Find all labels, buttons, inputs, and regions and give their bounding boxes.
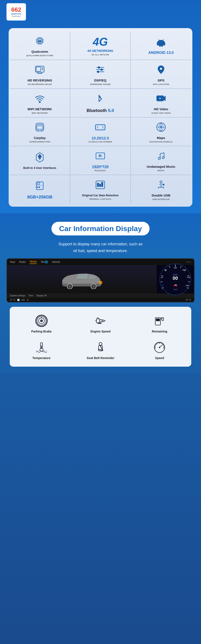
svg-rect-132 xyxy=(162,318,164,320)
svg-rect-86 xyxy=(163,184,164,185)
svg-point-138 xyxy=(99,342,102,346)
usb-icon xyxy=(156,179,167,192)
svg-rect-78 xyxy=(102,182,103,186)
svg-rect-61 xyxy=(96,153,104,159)
svg-point-34 xyxy=(98,66,100,68)
svg-rect-121 xyxy=(96,319,100,323)
feature-hdvideo: HD Video AUDIO AND VIDEO xyxy=(131,89,191,118)
usb-subtitle: USB INTERFACE xyxy=(152,198,170,200)
dsp-subtitle: SURROUND SOUND xyxy=(90,83,111,86)
svg-point-36 xyxy=(101,69,102,70)
hdvideo-title: HD Video xyxy=(154,107,168,111)
carplay-subtitle: INTERCONNECTION xyxy=(30,140,50,143)
nav-radio: Radio xyxy=(19,260,26,264)
seat-belt-icon xyxy=(94,341,107,354)
dashboard-display: Navi Radio Media Tel/🌐 Vehicle Time xyxy=(6,258,194,302)
parking-brake-label: Parking Brake xyxy=(31,330,52,333)
bluetooth-icon xyxy=(95,94,106,106)
svg-rect-71 xyxy=(37,183,40,184)
svg-rect-17 xyxy=(157,42,158,45)
top-section: 662 Qualcomm snapdragon CPU xyxy=(0,0,201,213)
cpu-subtitle: QUALCOMM EIGHT-CORE xyxy=(26,54,53,57)
svg-marker-63 xyxy=(100,155,100,156)
svg-rect-123 xyxy=(102,320,104,322)
feature-carplay: Carplay INTERCONNECTION xyxy=(10,118,70,146)
temp2-label: 27 °C xyxy=(186,299,191,301)
resolution-title: 1920*720 xyxy=(92,165,108,169)
temperature-icon xyxy=(35,341,48,354)
hd-reversing-icon xyxy=(34,64,46,77)
svg-rect-19 xyxy=(160,45,160,46)
temperature-label: Temperature xyxy=(32,356,50,360)
svg-text:40: 40 xyxy=(161,276,163,278)
car-info-desc: Support to display many car information,… xyxy=(6,241,194,254)
qualcomm-badge: 662 Qualcomm snapdragon xyxy=(6,3,26,20)
svg-text:🚗: 🚗 xyxy=(174,283,178,287)
feature-gps: GPS GPS LOCATION xyxy=(131,60,191,89)
dsp-title: DSP/EQ xyxy=(94,78,106,82)
wifi-icon xyxy=(34,93,46,106)
ui-title: Built-in 4 User Interfaces xyxy=(23,166,56,170)
feature-storage: 8GB+256GB xyxy=(10,175,70,204)
svg-text:160: 160 xyxy=(174,267,177,269)
svg-point-79 xyxy=(160,181,162,183)
status-parking-brake: ! Parking Brake xyxy=(13,311,70,336)
bluetooth-title: Bluetooth 5.0 xyxy=(87,108,114,113)
status-remaining: Remaining xyxy=(131,311,188,336)
feature-usb: Double USB USB INTERFACE xyxy=(131,175,191,204)
svg-text:80: 80 xyxy=(165,269,167,271)
remaining-fuel-icon xyxy=(153,314,166,327)
seat-belt-label: Seat Belt Reminder xyxy=(87,356,114,360)
dash-speedo-area: 160 200 240 280 80 40 0 km/h 00 🚗 -40°C xyxy=(156,265,194,293)
storage-title: 8GB+256GB xyxy=(27,194,52,200)
status-seat-belt: Seat Belt Reminder xyxy=(72,338,129,362)
screen-icon xyxy=(95,122,106,134)
ui-icon xyxy=(34,152,46,164)
time-label: Time xyxy=(28,294,33,297)
svg-line-24 xyxy=(163,39,164,40)
svg-line-146 xyxy=(155,347,156,348)
svg-text:-40°C: -40°C xyxy=(173,288,178,290)
svg-line-144 xyxy=(163,347,164,348)
engine-speed-icon xyxy=(94,314,107,327)
feature-resolution: 1920*720 Resolution xyxy=(70,146,131,175)
screen-subtitle: 10.25/12.5 HD SCREEN xyxy=(88,140,112,143)
car-info-title: Car Information Display xyxy=(59,224,142,232)
svg-text:200: 200 xyxy=(182,269,186,271)
car-info-section: Car Information Display Support to displ… xyxy=(0,213,201,373)
features-card: CPU Qualcomm xyxy=(9,28,192,207)
svg-line-102 xyxy=(160,282,162,282)
system-settings-label: System settings xyxy=(10,294,25,297)
temp1-label: 27 °C xyxy=(10,299,15,301)
svg-line-97 xyxy=(188,282,190,282)
speed-label: Speed xyxy=(155,356,164,360)
display-off-label: Display off xyxy=(36,294,46,297)
cpu-title: Qualcomm xyxy=(31,50,48,54)
feature-bluetooth: Bluetooth 5.0 xyxy=(70,89,131,118)
badge-model: snapdragon xyxy=(12,15,21,17)
nav-media: Media xyxy=(30,260,37,264)
svg-rect-77 xyxy=(100,184,101,186)
maps-title: Maps xyxy=(157,136,165,140)
cardata-title: Original Car Data Retention xyxy=(82,194,119,197)
storage-icon xyxy=(34,180,46,193)
svg-point-88 xyxy=(68,285,71,288)
hd-video-icon xyxy=(156,93,167,106)
dsp-icon xyxy=(95,64,106,77)
android-title: ANDROID 13.0 xyxy=(148,50,174,55)
feature-android: ANDROID 13.0 xyxy=(131,31,191,60)
parking-brake-icon: ! xyxy=(35,314,48,327)
svg-point-38 xyxy=(97,71,99,73)
svg-text:00: 00 xyxy=(173,276,178,281)
carplay-title: Carplay xyxy=(34,136,46,140)
svg-point-90 xyxy=(92,285,95,288)
feature-maps: Maps NAVIGATION DONGLE xyxy=(131,118,191,146)
svg-rect-45 xyxy=(37,126,43,129)
nav-tel: Tel/🌐 xyxy=(41,260,48,264)
feature-cpu: CPU Qualcomm xyxy=(10,31,70,60)
status-temperature: Temperature xyxy=(13,338,70,362)
feature-wifi: WIFI NETWORK WIFI NETWORK xyxy=(10,89,70,118)
car-silhouette xyxy=(58,270,106,289)
cardata-subtitle: ORIGINAL CAR DATA xyxy=(89,198,111,200)
screen-title: 10.25/12.5 xyxy=(92,136,109,140)
